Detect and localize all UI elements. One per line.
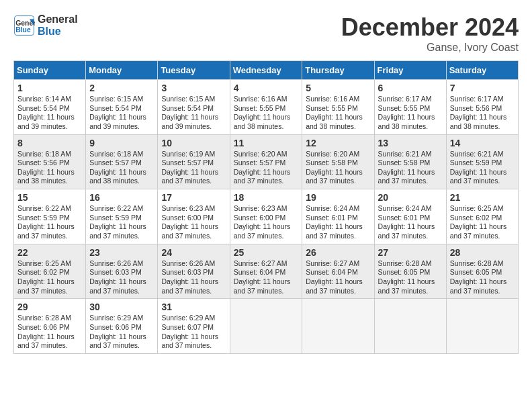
- day-number: 2: [89, 83, 154, 93]
- calendar-day-cell: 7 Sunrise: 6:17 AMSunset: 5:56 PMDayligh…: [446, 80, 518, 135]
- calendar-day-cell: [302, 299, 374, 354]
- day-info: Sunrise: 6:29 AMSunset: 6:06 PMDaylight:…: [89, 314, 146, 349]
- day-info: Sunrise: 6:22 AMSunset: 5:59 PMDaylight:…: [89, 204, 146, 240]
- day-number: 19: [306, 192, 370, 203]
- calendar-day-cell: 12 Sunrise: 6:20 AMSunset: 5:58 PMDaylig…: [302, 134, 374, 189]
- calendar-day-cell: 6 Sunrise: 6:17 AMSunset: 5:55 PMDayligh…: [374, 80, 446, 135]
- col-wednesday: Wednesday: [230, 61, 302, 80]
- day-number: 1: [17, 83, 82, 93]
- calendar-day-cell: 20 Sunrise: 6:24 AMSunset: 6:01 PMDaylig…: [374, 189, 446, 244]
- calendar-day-cell: 5 Sunrise: 6:16 AMSunset: 5:55 PMDayligh…: [302, 80, 374, 135]
- svg-text:Blue: Blue: [15, 26, 31, 34]
- day-number: 22: [17, 247, 82, 258]
- calendar-day-cell: 13 Sunrise: 6:21 AMSunset: 5:58 PMDaylig…: [374, 134, 446, 189]
- calendar-day-cell: 3 Sunrise: 6:15 AMSunset: 5:54 PMDayligh…: [158, 80, 230, 135]
- day-info: Sunrise: 6:17 AMSunset: 5:56 PMDaylight:…: [450, 95, 507, 130]
- logo-general: General: [38, 13, 78, 26]
- calendar-week-row: 1 Sunrise: 6:14 AMSunset: 5:54 PMDayligh…: [14, 80, 519, 135]
- page-header: General Blue General Blue December 2024 …: [13, 13, 519, 54]
- day-number: 11: [234, 138, 299, 148]
- calendar-header-row: Sunday Monday Tuesday Wednesday Thursday…: [14, 61, 519, 80]
- calendar-title: December 2024: [341, 13, 519, 42]
- day-info: Sunrise: 6:21 AMSunset: 5:59 PMDaylight:…: [450, 150, 507, 185]
- day-info: Sunrise: 6:28 AMSunset: 6:06 PMDaylight:…: [17, 314, 75, 349]
- col-monday: Monday: [86, 61, 158, 80]
- logo-blue: Blue: [38, 26, 78, 38]
- day-number: 16: [89, 192, 154, 203]
- day-number: 27: [378, 247, 443, 258]
- day-info: Sunrise: 6:14 AMSunset: 5:54 PMDaylight:…: [17, 95, 75, 130]
- calendar-day-cell: [230, 299, 302, 354]
- day-info: Sunrise: 6:16 AMSunset: 5:55 PMDaylight:…: [234, 95, 291, 130]
- calendar-day-cell: 18 Sunrise: 6:23 AMSunset: 6:00 PMDaylig…: [230, 189, 302, 244]
- day-info: Sunrise: 6:28 AMSunset: 6:05 PMDaylight:…: [378, 259, 435, 295]
- logo: General Blue General Blue: [13, 13, 78, 37]
- day-number: 26: [306, 247, 370, 258]
- calendar-week-row: 22 Sunrise: 6:25 AMSunset: 6:02 PMDaylig…: [14, 244, 519, 299]
- day-number: 29: [17, 302, 82, 312]
- day-info: Sunrise: 6:16 AMSunset: 5:55 PMDaylight:…: [306, 95, 363, 130]
- day-info: Sunrise: 6:21 AMSunset: 5:58 PMDaylight:…: [378, 150, 435, 185]
- day-info: Sunrise: 6:28 AMSunset: 6:05 PMDaylight:…: [450, 259, 507, 295]
- day-number: 4: [234, 83, 299, 93]
- calendar-table: Sunday Monday Tuesday Wednesday Thursday…: [13, 60, 519, 354]
- calendar-day-cell: 24 Sunrise: 6:26 AMSunset: 6:03 PMDaylig…: [158, 244, 230, 299]
- calendar-day-cell: 31 Sunrise: 6:29 AMSunset: 6:07 PMDaylig…: [158, 299, 230, 354]
- day-info: Sunrise: 6:20 AMSunset: 5:57 PMDaylight:…: [234, 150, 291, 185]
- col-sunday: Sunday: [14, 61, 86, 80]
- day-number: 12: [306, 138, 370, 148]
- calendar-day-cell: 27 Sunrise: 6:28 AMSunset: 6:05 PMDaylig…: [374, 244, 446, 299]
- day-info: Sunrise: 6:26 AMSunset: 6:03 PMDaylight:…: [89, 259, 146, 295]
- calendar-day-cell: 28 Sunrise: 6:28 AMSunset: 6:05 PMDaylig…: [446, 244, 518, 299]
- calendar-day-cell: 23 Sunrise: 6:26 AMSunset: 6:03 PMDaylig…: [86, 244, 158, 299]
- title-area: December 2024 Ganse, Ivory Coast: [341, 13, 519, 54]
- calendar-subtitle: Ganse, Ivory Coast: [341, 42, 519, 54]
- calendar-day-cell: 25 Sunrise: 6:27 AMSunset: 6:04 PMDaylig…: [230, 244, 302, 299]
- day-number: 21: [450, 192, 515, 203]
- day-info: Sunrise: 6:15 AMSunset: 5:54 PMDaylight:…: [89, 95, 146, 130]
- calendar-day-cell: 10 Sunrise: 6:19 AMSunset: 5:57 PMDaylig…: [158, 134, 230, 189]
- calendar-day-cell: 30 Sunrise: 6:29 AMSunset: 6:06 PMDaylig…: [86, 299, 158, 354]
- day-info: Sunrise: 6:20 AMSunset: 5:58 PMDaylight:…: [306, 150, 363, 185]
- calendar-day-cell: 17 Sunrise: 6:23 AMSunset: 6:00 PMDaylig…: [158, 189, 230, 244]
- day-info: Sunrise: 6:29 AMSunset: 6:07 PMDaylight:…: [161, 314, 218, 349]
- day-number: 18: [234, 192, 299, 203]
- calendar-day-cell: 9 Sunrise: 6:18 AMSunset: 5:57 PMDayligh…: [86, 134, 158, 189]
- day-info: Sunrise: 6:22 AMSunset: 5:59 PMDaylight:…: [17, 204, 75, 240]
- col-saturday: Saturday: [446, 61, 518, 80]
- calendar-day-cell: 4 Sunrise: 6:16 AMSunset: 5:55 PMDayligh…: [230, 80, 302, 135]
- day-number: 17: [161, 192, 226, 203]
- calendar-week-row: 15 Sunrise: 6:22 AMSunset: 5:59 PMDaylig…: [14, 189, 519, 244]
- day-info: Sunrise: 6:25 AMSunset: 6:02 PMDaylight:…: [17, 259, 75, 295]
- day-number: 6: [378, 83, 443, 93]
- day-info: Sunrise: 6:15 AMSunset: 5:54 PMDaylight:…: [161, 95, 218, 130]
- day-number: 20: [378, 192, 443, 203]
- calendar-day-cell: 15 Sunrise: 6:22 AMSunset: 5:59 PMDaylig…: [14, 189, 86, 244]
- day-info: Sunrise: 6:19 AMSunset: 5:57 PMDaylight:…: [161, 150, 218, 185]
- day-info: Sunrise: 6:26 AMSunset: 6:03 PMDaylight:…: [161, 259, 218, 295]
- day-number: 13: [378, 138, 443, 148]
- day-info: Sunrise: 6:24 AMSunset: 6:01 PMDaylight:…: [306, 204, 363, 240]
- day-number: 23: [89, 247, 154, 258]
- day-info: Sunrise: 6:27 AMSunset: 6:04 PMDaylight:…: [234, 259, 291, 295]
- day-number: 24: [161, 247, 226, 258]
- calendar-week-row: 8 Sunrise: 6:18 AMSunset: 5:56 PMDayligh…: [14, 134, 519, 189]
- col-thursday: Thursday: [302, 61, 374, 80]
- calendar-day-cell: 8 Sunrise: 6:18 AMSunset: 5:56 PMDayligh…: [14, 134, 86, 189]
- day-number: 30: [89, 302, 154, 312]
- calendar-day-cell: 11 Sunrise: 6:20 AMSunset: 5:57 PMDaylig…: [230, 134, 302, 189]
- calendar-day-cell: 14 Sunrise: 6:21 AMSunset: 5:59 PMDaylig…: [446, 134, 518, 189]
- day-info: Sunrise: 6:24 AMSunset: 6:01 PMDaylight:…: [378, 204, 435, 240]
- col-tuesday: Tuesday: [158, 61, 230, 80]
- col-friday: Friday: [374, 61, 446, 80]
- day-info: Sunrise: 6:17 AMSunset: 5:55 PMDaylight:…: [378, 95, 435, 130]
- day-number: 15: [17, 192, 82, 203]
- day-number: 10: [161, 138, 226, 148]
- day-info: Sunrise: 6:18 AMSunset: 5:56 PMDaylight:…: [17, 150, 75, 185]
- calendar-day-cell: 21 Sunrise: 6:25 AMSunset: 6:02 PMDaylig…: [446, 189, 518, 244]
- day-info: Sunrise: 6:23 AMSunset: 6:00 PMDaylight:…: [234, 204, 291, 240]
- day-number: 25: [234, 247, 299, 258]
- calendar-day-cell: [374, 299, 446, 354]
- calendar-day-cell: 16 Sunrise: 6:22 AMSunset: 5:59 PMDaylig…: [86, 189, 158, 244]
- day-number: 31: [161, 302, 226, 312]
